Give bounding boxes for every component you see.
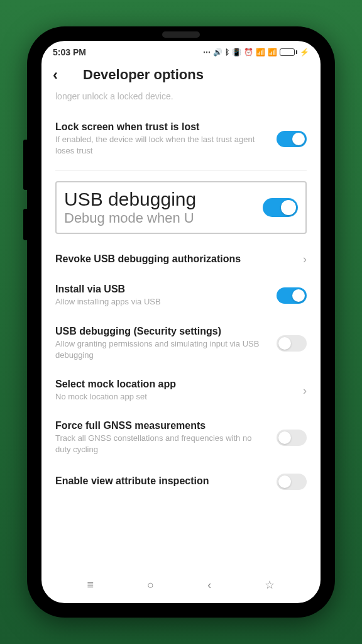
setting-revoke-auth[interactable]: Revoke USB debugging authorizations ›: [55, 244, 307, 275]
phone-frame: 5:03 PM ⋯ 🔊 ᛒ 📳 ⏰ 📶 📶 ⚡ ‹ Developer opti…: [27, 26, 335, 618]
status-time: 5:03 PM: [53, 47, 86, 57]
chevron-right-icon: ›: [303, 384, 307, 397]
setting-usb-security[interactable]: USB debugging (Security settings) Allow …: [55, 317, 307, 370]
setting-title: Install via USB: [55, 284, 269, 295]
vibrate-icon: 📳: [232, 48, 241, 57]
usb-debugging-subtitle: Debug mode when U: [64, 210, 263, 226]
alarm-icon: ⏰: [244, 48, 253, 57]
setting-gnss[interactable]: Force full GNSS measurements Track all G…: [55, 411, 307, 464]
nav-home[interactable]: ○: [147, 579, 154, 592]
bluetooth-icon: ᛒ: [225, 48, 229, 57]
status-icons: ⋯ 🔊 ᛒ 📳 ⏰ 📶 📶 ⚡: [203, 48, 309, 57]
view-attribute-toggle[interactable]: [277, 474, 307, 490]
power-button: [23, 209, 27, 240]
setting-title: Enable view attribute inspection: [55, 475, 269, 487]
battery-icon: [280, 48, 297, 56]
setting-title: Lock screen when trust is lost: [55, 121, 269, 133]
nav-accessibility[interactable]: ☆: [265, 578, 275, 592]
usb-security-toggle[interactable]: [277, 335, 307, 352]
setting-subtitle: No mock location app set: [55, 391, 295, 402]
setting-title: USB debugging (Security settings): [55, 326, 269, 337]
page-title: Developer options: [83, 67, 309, 83]
phone-screen: 5:03 PM ⋯ 🔊 ᛒ 📳 ⏰ 📶 📶 ⚡ ‹ Developer opti…: [40, 39, 322, 605]
usb-debugging-title: USB debugging: [64, 189, 263, 210]
cutoff-text: longer unlock a locked device.: [55, 91, 307, 101]
navigation-bar: ≡ ○ ‹ ☆: [41, 572, 321, 598]
lock-screen-toggle[interactable]: [277, 131, 307, 147]
volume-icon: 🔊: [213, 48, 222, 57]
settings-content[interactable]: longer unlock a locked device. Lock scre…: [41, 91, 321, 578]
setting-lock-screen[interactable]: Lock screen when trust is lost If enable…: [55, 113, 307, 165]
setting-title: Revoke USB debugging authorizations: [55, 253, 295, 265]
setting-title: Select mock location app: [55, 379, 295, 390]
chevron-right-icon: ›: [303, 253, 307, 266]
divider: [55, 170, 307, 171]
header: ‹ Developer options: [41, 61, 321, 91]
signal-icon: 📶: [256, 48, 265, 57]
usb-debugging-toggle[interactable]: [263, 198, 298, 217]
setting-subtitle: Track all GNSS constellations and freque…: [55, 433, 269, 455]
setting-subtitle: Allow installing apps via USB: [55, 296, 269, 308]
setting-usb-debugging-highlighted[interactable]: USB debugging Debug mode when U: [55, 181, 307, 234]
setting-view-attribute[interactable]: Enable view attribute inspection: [55, 465, 307, 499]
volume-button: [23, 140, 27, 190]
gnss-toggle[interactable]: [277, 430, 307, 446]
phone-notch: [162, 31, 200, 38]
setting-install-usb[interactable]: Install via USB Allow installing apps vi…: [55, 275, 307, 316]
charging-icon: ⚡: [300, 48, 309, 57]
setting-mock-location[interactable]: Select mock location app No mock locatio…: [55, 370, 307, 411]
setting-subtitle: Allow granting permissions and simulatin…: [55, 338, 269, 361]
nav-recents[interactable]: ≡: [87, 579, 94, 592]
more-icon: ⋯: [203, 48, 211, 57]
nav-back[interactable]: ‹: [207, 579, 211, 592]
wifi-icon: 📶: [268, 48, 277, 57]
back-button[interactable]: ‹: [53, 66, 58, 84]
setting-subtitle: If enabled, the device will lock when th…: [55, 134, 269, 157]
status-bar: 5:03 PM ⋯ 🔊 ᛒ 📳 ⏰ 📶 📶 ⚡: [41, 41, 321, 61]
setting-title: Force full GNSS measurements: [55, 420, 269, 431]
install-usb-toggle[interactable]: [277, 287, 307, 304]
